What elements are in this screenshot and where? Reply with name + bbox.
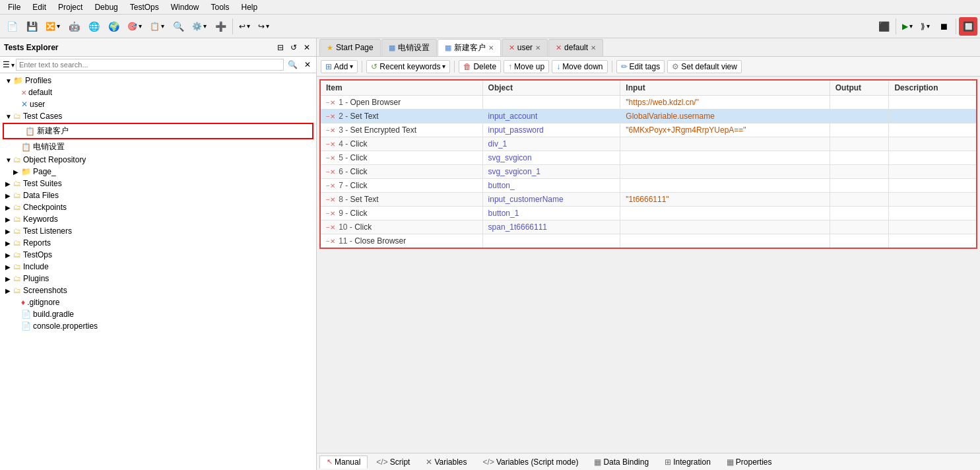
search-button[interactable]: 🔍 — [285, 59, 300, 70]
table-row[interactable]: −✕ 2 - Set Textinput_accountGlobalVariab… — [320, 110, 977, 123]
sidebar-item-console-properties[interactable]: 📄 console.properties — [0, 320, 316, 332]
table-row[interactable]: −✕ 7 - Clickbutton_ — [320, 179, 977, 193]
search-input[interactable] — [16, 59, 284, 71]
table-row[interactable]: −✕ 9 - Clickbutton_1 — [320, 207, 977, 220]
sidebar-item-profiles[interactable]: ▼ 📁 Profiles — [0, 75, 316, 86]
menu-file[interactable]: File — [3, 1, 26, 13]
test-cases-arrow[interactable]: ▼ — [5, 113, 13, 120]
testops-arrow[interactable]: ▶ — [5, 252, 13, 259]
toolbar-terminal[interactable]: ⬛ — [874, 17, 893, 36]
toolbar-back[interactable]: ↩▾ — [236, 20, 253, 33]
sidebar-item-user[interactable]: ✕ user — [0, 98, 316, 110]
toolbar-run[interactable]: ▶▾ — [899, 20, 916, 33]
default-tab-close[interactable]: ✕ — [591, 44, 596, 51]
toolbar-forward[interactable]: ↪▾ — [255, 20, 273, 33]
table-row[interactable]: −✕ 1 - Open Browser"https://web.kdzl.cn/… — [320, 96, 977, 110]
menu-tools[interactable]: Tools — [205, 1, 234, 13]
sidebar-item-test-cases[interactable]: ▼ 🗂 Test Cases — [0, 110, 316, 122]
table-row[interactable]: −✕ 11 - Close Browser — [320, 234, 977, 249]
sidebar-item-testops[interactable]: ▶ 🗂 TestOps — [0, 249, 316, 261]
screenshots-arrow[interactable]: ▶ — [5, 287, 13, 294]
recent-dropdown-arrow[interactable]: ▾ — [442, 63, 445, 70]
checkpoints-arrow[interactable]: ▶ — [5, 204, 13, 211]
reports-arrow[interactable]: ▶ — [5, 240, 13, 247]
include-arrow[interactable]: ▶ — [5, 263, 13, 271]
toolbar-icon4[interactable]: 📋▾ — [147, 20, 168, 33]
tab-start-page[interactable]: ★ Start Page — [319, 39, 381, 56]
sidebar-item-default[interactable]: ✕ default — [0, 86, 316, 98]
toolbar-ai[interactable]: 🤖 — [65, 17, 83, 36]
bottom-tab-variables[interactable]: ✕ Variables — [418, 455, 474, 469]
sidebar-item-gitignore[interactable]: ♦ .gitignore — [0, 296, 316, 308]
toolbar-add-step[interactable]: ➕ — [211, 17, 230, 36]
clear-search-button[interactable]: ✕ — [302, 59, 313, 70]
sidebar-item-include[interactable]: ▶ 🗂 Include — [0, 261, 316, 273]
bottom-tab-data-binding[interactable]: ▦ Data Binding — [587, 455, 656, 469]
bottom-tab-manual[interactable]: ↖ Manual — [319, 455, 368, 469]
collapse-icon[interactable]: ⊟ — [275, 42, 286, 53]
sidebar-item-test-suites[interactable]: ▶ 🗂 Test Suites — [0, 178, 316, 189]
toolbar-run-config[interactable]: ⚙️▾ — [189, 20, 210, 33]
sidebar-item-screenshots[interactable]: ▶ 🗂 Screenshots — [0, 285, 316, 296]
toolbar-debug-run[interactable]: ⟫▾ — [917, 20, 933, 33]
close-sidebar-icon[interactable]: ✕ — [302, 42, 312, 53]
move-up-button[interactable]: ↑ Move up — [504, 60, 549, 73]
bottom-tab-script[interactable]: </> Script — [369, 455, 417, 469]
bottom-tab-integration[interactable]: ⊞ Integration — [657, 455, 718, 469]
sidebar-item-telemarketing[interactable]: 📋 电销设置 — [0, 140, 316, 154]
sidebar-item-data-files[interactable]: ▶ 🗂 Data Files — [0, 189, 316, 201]
profiles-arrow[interactable]: ▼ — [5, 77, 13, 84]
tab-new-customer[interactable]: ▦ 新建客户 ✕ — [438, 39, 501, 56]
toolbar-new[interactable]: 📄 — [3, 17, 21, 36]
toolbar-icon1[interactable]: 🌐 — [84, 17, 103, 36]
filter-arrow[interactable]: ▾ — [11, 61, 15, 69]
sidebar-item-plugins[interactable]: ▶ 🗂 Plugins — [0, 273, 316, 285]
toolbar-spy[interactable]: 🔍 — [169, 17, 187, 36]
table-row[interactable]: −✕ 6 - Clicksvg_svgicon_1 — [320, 165, 977, 179]
sidebar-item-build-gradle[interactable]: 📄 build.gradle — [0, 308, 316, 320]
add-dropdown-arrow[interactable]: ▾ — [350, 63, 353, 70]
toolbar-stop[interactable]: ⏹ — [934, 17, 953, 36]
add-button[interactable]: ⊞ Add ▾ — [321, 60, 358, 73]
toolbar-save[interactable]: 💾 — [22, 17, 41, 36]
tab-user[interactable]: ✕ user ✕ — [502, 39, 548, 56]
set-default-view-button[interactable]: ⚙ Set default view — [667, 60, 742, 73]
test-listeners-arrow[interactable]: ▶ — [5, 228, 13, 235]
page-arrow[interactable]: ▶ — [13, 168, 21, 176]
bottom-tab-properties[interactable]: ▦ Properties — [719, 455, 779, 469]
table-row[interactable]: −✕ 3 - Set Encrypted Textinput_password"… — [320, 123, 977, 137]
table-row[interactable]: −✕ 5 - Clicksvg_svgicon — [320, 151, 977, 165]
table-row[interactable]: −✕ 4 - Clickdiv_1 — [320, 137, 977, 151]
menu-edit[interactable]: Edit — [27, 1, 51, 13]
sidebar-item-reports[interactable]: ▶ 🗂 Reports — [0, 237, 316, 249]
edit-tags-button[interactable]: ✏ Edit tags — [616, 60, 665, 73]
menu-project[interactable]: Project — [53, 1, 88, 13]
new-customer-tab-close[interactable]: ✕ — [488, 44, 494, 51]
sidebar-item-checkpoints[interactable]: ▶ 🗂 Checkpoints — [0, 201, 316, 213]
object-repo-arrow[interactable]: ▼ — [5, 156, 13, 164]
toolbar-icon3[interactable]: 🎯▾ — [124, 20, 145, 33]
table-row[interactable]: −✕ 10 - Clickspan_1t6666111 — [320, 220, 977, 234]
plugins-arrow[interactable]: ▶ — [5, 275, 13, 283]
menu-window[interactable]: Window — [166, 1, 205, 13]
refresh-icon[interactable]: ↺ — [288, 42, 299, 53]
table-row[interactable]: −✕ 8 - Set Textinput_customerName"1t6666… — [320, 193, 977, 207]
sidebar-item-test-listeners[interactable]: ▶ 🗂 Test Listeners — [0, 225, 316, 237]
menu-help[interactable]: Help — [236, 1, 263, 13]
user-tab-close[interactable]: ✕ — [535, 44, 540, 51]
sidebar-item-object-repo[interactable]: ▼ 🗂 Object Repository — [0, 154, 316, 166]
toolbar-katalon[interactable]: 🔲 — [959, 17, 977, 36]
sidebar-item-page[interactable]: ▶ 📁 Page_ — [0, 166, 316, 178]
tab-telemarketing[interactable]: ▦ 电销设置 — [381, 39, 437, 56]
bottom-tab-variables-script[interactable]: </> Variables (Script mode) — [476, 455, 586, 469]
menu-debug[interactable]: Debug — [89, 1, 123, 13]
toolbar-icon2[interactable]: 🌍 — [104, 17, 123, 36]
move-down-button[interactable]: ↓ Move down — [552, 60, 607, 73]
keywords-arrow[interactable]: ▶ — [5, 216, 13, 223]
data-files-arrow[interactable]: ▶ — [5, 192, 13, 199]
menu-testops[interactable]: TestOps — [125, 1, 164, 13]
sidebar-item-keywords[interactable]: ▶ 🗂 Keywords — [0, 213, 316, 225]
tab-default[interactable]: ✕ default ✕ — [548, 39, 603, 56]
test-suites-arrow[interactable]: ▶ — [5, 180, 13, 187]
toolbar-git[interactable]: 🔀▾ — [42, 20, 63, 33]
